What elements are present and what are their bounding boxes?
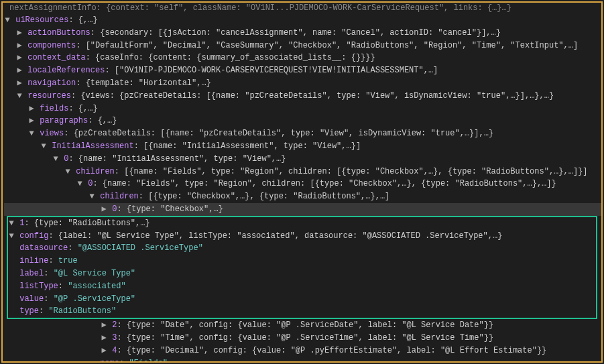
node-child-3[interactable]: ▶ 3: {type: "Time", config: {value: "@P … — [4, 332, 601, 345]
highlight-box: ▼ 1: {type: "RadioButtons",…} ▼ config: … — [7, 216, 597, 319]
bullet-icon — [8, 268, 15, 280]
expand-icon[interactable]: ▼ — [4, 15, 11, 26]
prop-inline[interactable]: inline: true — [8, 255, 596, 267]
node-context-data[interactable]: ▶ context_data: {caseInfo: {content: {su… — [4, 52, 601, 64]
node-index-0[interactable]: ▼ 0: {name: "InitialAssessment", type: "… — [4, 153, 601, 166]
prop-label[interactable]: label: "@L Service Type" — [8, 267, 596, 280]
node-InitialAssessment[interactable]: ▼ InitialAssessment: [{name: "InitialAss… — [4, 140, 601, 153]
node-localeReferences[interactable]: ▶ localeReferences: ["OV1NIP-PJDEMOCO-WO… — [4, 64, 601, 77]
node-config[interactable]: ▼ config: {label: "@L Service Type", lis… — [8, 230, 596, 243]
collapse-icon[interactable]: ▶ — [101, 345, 107, 357]
expand-icon[interactable]: ▼ — [76, 178, 83, 190]
collapse-icon[interactable]: ▶ — [101, 320, 107, 331]
collapse-icon[interactable]: ▶ — [28, 103, 35, 115]
collapse-icon[interactable]: ▶ — [101, 332, 107, 344]
node-children-0[interactable]: ▼ 0: {name: "Fields", type: "Region", ch… — [4, 178, 601, 190]
tree-root: ▼ uiResources: {,…} ▶ actionButtons: {se… — [3, 14, 601, 363]
node-views[interactable]: ▼ views: {pzCreateDetails: [{name: "pzCr… — [4, 127, 601, 140]
collapse-icon[interactable]: ▶ — [101, 204, 107, 215]
bullet-icon — [88, 358, 95, 363]
node-child-4[interactable]: ▶ 4: {type: "Decimal", config: {value: "… — [4, 345, 601, 357]
header-fragment: nextAssignmentInfo: {context: "self", cl… — [3, 3, 601, 14]
node-fields[interactable]: ▶ fields: {,…} — [4, 103, 601, 115]
bullet-icon — [8, 243, 15, 254]
collapse-icon[interactable]: ▶ — [28, 115, 35, 127]
node-paragraphs[interactable]: ▶ paragraphs: {,…} — [4, 115, 601, 127]
bullet-icon — [8, 306, 15, 317]
prop-name[interactable]: name: "Fields" — [4, 357, 601, 363]
bullet-icon — [8, 255, 15, 267]
node-child-1[interactable]: ▼ 1: {type: "RadioButtons",…} — [8, 217, 596, 230]
node-components[interactable]: ▶ components: ["DefaultForm", "Decimal",… — [4, 40, 601, 52]
expand-icon[interactable]: ▼ — [28, 128, 35, 139]
bullet-icon — [8, 281, 15, 292]
collapse-icon[interactable]: ▶ — [16, 40, 23, 52]
prop-listType[interactable]: listType: "associated" — [8, 280, 596, 293]
node-actionButtons[interactable]: ▶ actionButtons: {secondary: [{jsAction:… — [4, 27, 601, 40]
expand-icon[interactable]: ▼ — [40, 141, 47, 152]
bullet-icon — [8, 294, 15, 305]
node-navigation[interactable]: ▶ navigation: {template: "Horizontal",…} — [4, 77, 601, 90]
node-child-0[interactable]: ▶ 0: {type: "Checkbox",…} — [4, 203, 601, 216]
collapse-icon[interactable]: ▶ — [16, 65, 23, 76]
collapse-icon[interactable]: ▶ — [16, 27, 23, 39]
prop-value[interactable]: value: "@P .ServiceType" — [8, 293, 596, 306]
prop-datasource[interactable]: datasource: "@ASSOCIATED .ServiceType" — [8, 242, 596, 255]
node-child-2[interactable]: ▶ 2: {type: "Date", config: {value: "@P … — [4, 319, 601, 332]
expand-icon[interactable]: ▼ — [8, 231, 15, 242]
prop-type[interactable]: type: "RadioButtons" — [8, 305, 596, 318]
node-children-inner[interactable]: ▼ children: [{type: "Checkbox",…}, {type… — [4, 190, 601, 203]
expand-icon[interactable]: ▼ — [88, 191, 95, 202]
node-uiResources[interactable]: ▼ uiResources: {,…} — [4, 14, 601, 27]
expand-icon[interactable]: ▼ — [8, 218, 15, 229]
collapse-icon[interactable]: ▶ — [16, 78, 23, 89]
json-tree-panel: nextAssignmentInfo: {context: "self", cl… — [1, 1, 603, 363]
expand-icon[interactable]: ▼ — [52, 154, 59, 165]
expand-icon[interactable]: ▼ — [16, 90, 23, 102]
node-children[interactable]: ▼ children: [{name: "Fields", type: "Reg… — [4, 166, 601, 178]
node-resources[interactable]: ▼ resources: {views: {pzCreateDetails: [… — [4, 90, 601, 103]
expand-icon[interactable]: ▼ — [64, 166, 71, 178]
collapse-icon[interactable]: ▶ — [16, 52, 23, 64]
